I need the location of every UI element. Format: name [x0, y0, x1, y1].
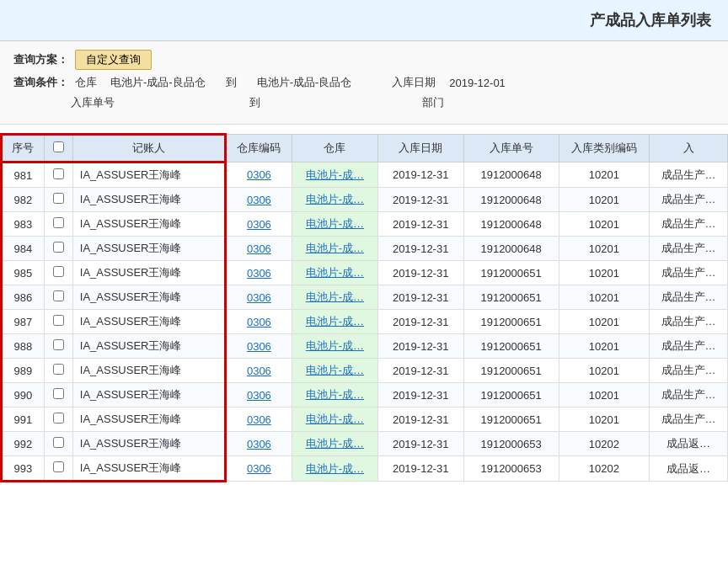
cell-wh-code[interactable]: 0306: [225, 310, 292, 334]
cell-checkbox[interactable]: [44, 334, 72, 359]
cell-checkbox[interactable]: [44, 237, 72, 261]
cell-wh-code[interactable]: 0306: [225, 359, 292, 383]
cell-wh-code[interactable]: 0306: [225, 285, 292, 310]
col-header-wh: 仓库: [292, 135, 377, 162]
table-row: 988IA_ASSUSER王海峰0306电池片-成…2019-12-311912…: [2, 334, 728, 359]
cell-type: 成品生产…: [650, 359, 728, 383]
cell-checkbox[interactable]: [44, 162, 72, 188]
cell-recorder: IA_ASSUSER王海峰: [72, 359, 225, 383]
cell-wh-code[interactable]: 0306: [225, 432, 292, 456]
cell-date: 2019-12-31: [377, 285, 463, 310]
cell-checkbox[interactable]: [44, 408, 72, 432]
cell-seq: 981: [2, 162, 45, 188]
cell-checkbox[interactable]: [44, 456, 72, 482]
cell-wh[interactable]: 电池片-成…: [292, 285, 377, 310]
cell-recorder: IA_ASSUSER王海峰: [72, 188, 225, 212]
cell-wh[interactable]: 电池片-成…: [292, 359, 377, 383]
cell-checkbox[interactable]: [44, 212, 72, 237]
cell-wh[interactable]: 电池片-成…: [292, 383, 377, 408]
table-row: 992IA_ASSUSER王海峰0306电池片-成…2019-12-311912…: [2, 432, 728, 456]
cell-wh[interactable]: 电池片-成…: [292, 162, 377, 188]
warehouse-from-value: 电池片-成品-良品仓: [110, 75, 206, 90]
cell-checkbox[interactable]: [44, 285, 72, 310]
cell-type: 成品生产…: [650, 334, 728, 359]
cell-type: 成品生产…: [650, 162, 728, 188]
row-checkbox[interactable]: [53, 217, 64, 228]
cell-wh[interactable]: 电池片-成…: [292, 261, 377, 285]
cell-wh[interactable]: 电池片-成…: [292, 310, 377, 334]
row-checkbox[interactable]: [53, 266, 64, 277]
cell-wh-code[interactable]: 0306: [225, 456, 292, 482]
cell-date: 2019-12-31: [377, 359, 463, 383]
row-checkbox[interactable]: [53, 437, 64, 448]
row-checkbox[interactable]: [53, 193, 64, 204]
cell-seq: 988: [2, 334, 45, 359]
cell-recorder: IA_ASSUSER王海峰: [72, 334, 225, 359]
cell-order-no: 1912000653: [463, 432, 559, 456]
cell-type: 成品生产…: [650, 408, 728, 432]
table-row: 981IA_ASSUSER王海峰0306电池片-成…2019-12-311912…: [2, 162, 728, 188]
cell-checkbox[interactable]: [44, 310, 72, 334]
cell-checkbox[interactable]: [44, 432, 72, 456]
cell-date: 2019-12-31: [377, 432, 463, 456]
cell-wh[interactable]: 电池片-成…: [292, 408, 377, 432]
row-checkbox[interactable]: [53, 242, 64, 253]
cell-wh[interactable]: 电池片-成…: [292, 334, 377, 359]
cell-seq: 990: [2, 383, 45, 408]
cell-checkbox[interactable]: [44, 383, 72, 408]
cell-wh-code[interactable]: 0306: [225, 162, 292, 188]
cell-type-code: 10201: [559, 212, 649, 237]
cell-type: 成品生产…: [650, 261, 728, 285]
cell-checkbox[interactable]: [44, 261, 72, 285]
cell-type-code: 10201: [559, 162, 649, 188]
cell-type: 成品生产…: [650, 188, 728, 212]
col-header-date: 入库日期: [377, 135, 463, 162]
row-checkbox[interactable]: [53, 364, 64, 375]
cell-date: 2019-12-31: [377, 162, 463, 188]
row-checkbox[interactable]: [53, 388, 64, 399]
custom-query-button[interactable]: 自定义查询: [75, 50, 152, 70]
cell-order-no: 1912000651: [463, 285, 559, 310]
cell-seq: 986: [2, 285, 45, 310]
row-checkbox[interactable]: [53, 168, 64, 179]
title-bar: 产成品入库单列表: [0, 0, 728, 41]
table-row: 982IA_ASSUSER王海峰0306电池片-成…2019-12-311912…: [2, 188, 728, 212]
cell-wh[interactable]: 电池片-成…: [292, 456, 377, 482]
cell-seq: 983: [2, 212, 45, 237]
header-checkbox[interactable]: [53, 141, 64, 152]
cell-wh-code[interactable]: 0306: [225, 212, 292, 237]
row-checkbox[interactable]: [53, 461, 64, 472]
cell-recorder: IA_ASSUSER王海峰: [72, 456, 225, 482]
row-checkbox[interactable]: [53, 315, 64, 326]
cell-date: 2019-12-31: [377, 188, 463, 212]
cell-checkbox[interactable]: [44, 188, 72, 212]
scheme-label: 查询方案：: [13, 52, 68, 67]
cell-wh-code[interactable]: 0306: [225, 237, 292, 261]
cell-wh-code[interactable]: 0306: [225, 383, 292, 408]
cell-wh[interactable]: 电池片-成…: [292, 432, 377, 456]
col-header-type-code: 入库类别编码: [559, 135, 649, 162]
cell-wh[interactable]: 电池片-成…: [292, 188, 377, 212]
cell-date: 2019-12-31: [377, 383, 463, 408]
cell-recorder: IA_ASSUSER王海峰: [72, 310, 225, 334]
cell-wh-code[interactable]: 0306: [225, 261, 292, 285]
cell-wh-code[interactable]: 0306: [225, 408, 292, 432]
cell-wh-code[interactable]: 0306: [225, 334, 292, 359]
cell-order-no: 1912000651: [463, 359, 559, 383]
cell-checkbox[interactable]: [44, 359, 72, 383]
col-header-order-no: 入库单号: [463, 135, 559, 162]
col-header-checkbox[interactable]: [44, 135, 72, 162]
table-row: 985IA_ASSUSER王海峰0306电池片-成…2019-12-311912…: [2, 261, 728, 285]
row-checkbox[interactable]: [53, 290, 64, 301]
row-checkbox[interactable]: [53, 413, 64, 424]
date-value: 2019-12-01: [449, 77, 506, 89]
cell-wh-code[interactable]: 0306: [225, 188, 292, 212]
cell-wh[interactable]: 电池片-成…: [292, 212, 377, 237]
col-header-recorder: 记账人: [72, 135, 225, 162]
cell-wh[interactable]: 电池片-成…: [292, 237, 377, 261]
cell-order-no: 1912000648: [463, 237, 559, 261]
row-checkbox[interactable]: [53, 339, 64, 350]
cell-seq: 982: [2, 188, 45, 212]
table-row: 986IA_ASSUSER王海峰0306电池片-成…2019-12-311912…: [2, 285, 728, 310]
cell-type-code: 10201: [559, 383, 649, 408]
